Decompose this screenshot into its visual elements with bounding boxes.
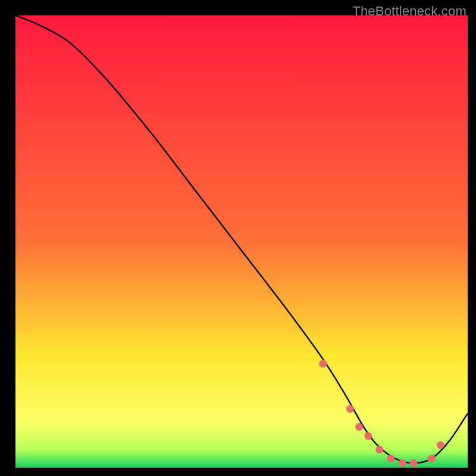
curve-marker-dot (355, 423, 363, 431)
chart-frame: TheBottleneck.com (4, 4, 472, 472)
chart-plot-area (15, 15, 468, 468)
watermark-label: TheBottleneck.com (352, 4, 466, 19)
curve-marker-dot (319, 360, 327, 368)
curve-marker-dot (375, 446, 383, 453)
curve-marker-dot (409, 459, 417, 467)
gradient-background (15, 15, 468, 468)
curve-marker-dot (437, 441, 444, 449)
curve-marker-dot (398, 459, 406, 467)
curve-marker-dot (387, 455, 394, 462)
curve-marker-dot (428, 455, 436, 462)
curve-marker-dot (346, 405, 354, 413)
chart-svg (15, 15, 468, 468)
curve-marker-dot (364, 432, 372, 440)
